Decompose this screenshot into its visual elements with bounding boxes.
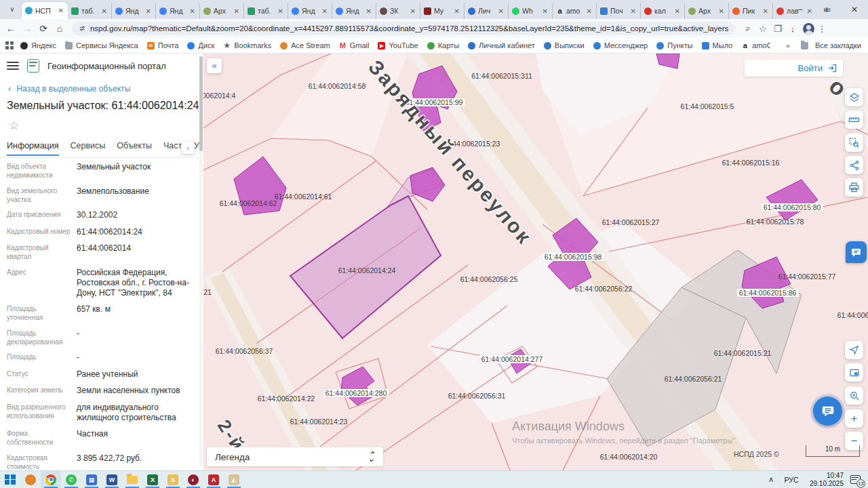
language-indicator[interactable]: РУС (781, 476, 802, 484)
tab-close-icon[interactable]: ✕ (189, 7, 196, 15)
taskbar-voice-assistant[interactable] (20, 471, 41, 488)
tab-close-icon[interactable]: ✕ (762, 7, 769, 15)
login-bar[interactable]: Войти (745, 60, 843, 77)
bookmark-item[interactable]: Выписки (544, 41, 585, 49)
tab-close-icon[interactable]: ✕ (410, 7, 416, 15)
sidebar-tab-информация[interactable]: Информация (7, 141, 59, 156)
tab-close-icon[interactable]: ✕ (58, 7, 64, 14)
back-button[interactable]: ← (3, 23, 19, 34)
taskbar-shell-app[interactable]: S (163, 471, 183, 488)
bookmark-item[interactable]: Пункты (656, 41, 692, 49)
search-coordinates-button[interactable] (845, 386, 863, 405)
legend-bar[interactable]: Легенда ⌃⌄ (207, 447, 383, 466)
profile-avatar[interactable] (803, 23, 814, 35)
browser-tab[interactable]: Янд✕ (111, 3, 155, 19)
taskbar-chrome[interactable] (41, 471, 61, 488)
browser-tab[interactable]: Му✕ (420, 3, 464, 19)
tab-close-icon[interactable]: ✕ (277, 7, 284, 15)
select-objects-button[interactable] (845, 134, 863, 152)
zoom-in-button[interactable]: + (845, 409, 863, 428)
share-button[interactable] (845, 156, 863, 174)
taskbar-kompas[interactable]: ◭ (224, 471, 244, 488)
zoom-page-icon[interactable]: ⌕ (741, 23, 755, 34)
support-chat-button[interactable] (813, 396, 842, 426)
tab-close-icon[interactable]: ✕ (233, 7, 240, 15)
tab-close-icon[interactable]: ✕ (718, 7, 725, 15)
bookmark-item[interactable]: Яндекс (20, 41, 56, 49)
taskbar-media-app[interactable]: ◐ (183, 471, 203, 488)
tray-expand-chevron[interactable]: ∧ (764, 475, 778, 484)
browser-tab[interactable]: Арх✕ (684, 3, 728, 19)
bookmark-item[interactable]: ✉Почта (147, 41, 179, 49)
copy-tab-icon[interactable]: ❐ (770, 24, 785, 34)
taskbar-maps-app[interactable]: ▦ (81, 471, 102, 488)
bookmark-item[interactable]: Мессенджер (593, 41, 648, 49)
assistant-button[interactable] (846, 241, 867, 263)
sidebar-scrollbar[interactable] (199, 56, 203, 468)
bookmark-item[interactable]: Карты (427, 41, 459, 49)
browser-tab[interactable]: Wh✕ (508, 3, 552, 19)
taskbar-word[interactable]: W (102, 471, 122, 488)
bookmark-item[interactable]: Диск (187, 41, 214, 49)
map-canvas[interactable]: 61:44:0062014:461:44:0062014:5861:44:006… (203, 54, 868, 470)
tab-close-icon[interactable]: ✕ (542, 7, 549, 15)
window-close-button[interactable]: ✕ (841, 5, 868, 14)
sidebar-tab-объекты[interactable]: Объекты (117, 141, 152, 156)
tab-close-icon[interactable]: ✕ (366, 7, 372, 15)
browser-tab[interactable]: кал✕ (640, 3, 684, 19)
tab-close-icon[interactable]: ✕ (586, 7, 593, 15)
bookmark-item[interactable]: Мыло (702, 41, 733, 49)
tab-close-icon[interactable]: ✕ (145, 7, 152, 15)
back-to-selected-link[interactable]: ‹ Назад в выделенные объекты (8, 83, 130, 94)
all-bookmarks-button[interactable]: Все закладки (815, 41, 861, 49)
sidebar-tab-сервисы[interactable]: Сервисы (71, 141, 106, 156)
layers-button[interactable] (845, 88, 863, 106)
forward-button[interactable]: → (19, 23, 35, 34)
locate-me-button[interactable] (845, 341, 863, 359)
browser-tab[interactable]: Пик✕ (728, 3, 772, 19)
taskbar-excel[interactable]: X (142, 471, 163, 488)
taskbar-windows-start[interactable] (0, 471, 20, 488)
tab-close-icon[interactable]: ✕ (101, 7, 108, 15)
browser-tab[interactable]: Янд✕ (155, 3, 199, 19)
taskbar-autocad[interactable]: A (203, 471, 224, 488)
overview-map-button[interactable] (845, 363, 863, 382)
tab-close-icon[interactable]: ✕ (674, 7, 681, 15)
favorite-star-icon[interactable]: ☆ (9, 119, 19, 133)
bookmark-item[interactable]: ▶YouTube (378, 41, 418, 49)
browser-tab[interactable]: ЗК✕ (376, 3, 420, 19)
browser-tab[interactable]: Поч✕ (596, 3, 640, 19)
sidebar-collapse-button[interactable]: « (207, 58, 222, 73)
tab-search-chevron-icon[interactable]: ∨ (4, 3, 20, 16)
browser-tab[interactable]: Арх✕ (199, 3, 243, 19)
downloads-icon[interactable]: ↓ (785, 24, 800, 34)
taskbar-whatsapp[interactable]: ✆ (61, 471, 81, 488)
tab-close-icon[interactable]: ✕ (498, 7, 505, 15)
taskbar-clock[interactable]: 10:47 29.10.2025 (804, 472, 844, 487)
browser-tab[interactable]: aamo✕ (552, 3, 596, 19)
browser-tab[interactable]: таб.✕ (68, 3, 111, 19)
bookmark-item[interactable]: MGmail (339, 41, 370, 49)
tab-close-icon[interactable]: ✕ (630, 7, 637, 15)
bookmarks-overflow-chevron[interactable]: » (782, 41, 794, 49)
bookmark-item[interactable]: ★Bookmarks (223, 41, 271, 49)
window-minimize-button[interactable]: − (787, 5, 814, 14)
bookmark-star-icon[interactable]: ☆ (755, 24, 770, 34)
bookmark-item[interactable]: aamoCRM: Задачи, Г... (741, 41, 770, 49)
site-settings-icon[interactable] (79, 24, 86, 33)
measure-button[interactable] (845, 110, 863, 129)
address-bar[interactable]: nspd.gov.ru/map?thematic=Default&zoom=20… (72, 22, 735, 35)
browser-tab[interactable]: Янд✕ (332, 3, 376, 19)
tab-close-icon[interactable]: ✕ (321, 7, 328, 15)
bookmark-item[interactable]: Ace Stream (280, 41, 330, 49)
legend-expand-icon[interactable]: ⌃⌄ (368, 453, 375, 460)
browser-tab[interactable]: таб.✕ (243, 3, 288, 19)
browser-tab[interactable]: Янд✕ (288, 3, 332, 19)
tabs-scroll-next-button[interactable]: › (182, 142, 194, 154)
notifications-button[interactable]: 13 (846, 473, 864, 487)
apps-grid-icon[interactable] (5, 41, 14, 49)
tab-close-icon[interactable]: ✕ (454, 7, 460, 15)
browser-menu-icon[interactable]: ⋮ (814, 24, 829, 34)
reload-button[interactable]: ⟳ (35, 23, 52, 34)
browser-tab[interactable]: НСП✕ (22, 2, 68, 19)
